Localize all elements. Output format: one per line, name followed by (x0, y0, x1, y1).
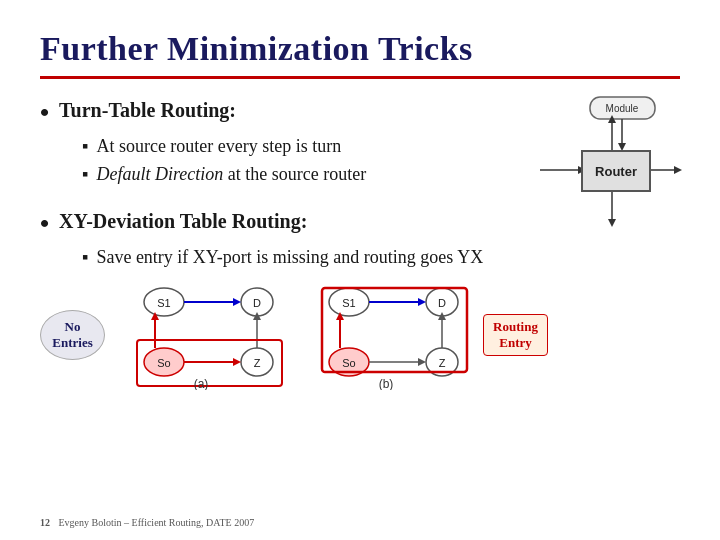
svg-text:Module: Module (606, 103, 639, 114)
title-underline (40, 76, 680, 79)
sub-bullet-marker-2: ▪ (82, 162, 88, 187)
svg-marker-23 (233, 298, 241, 306)
slide-content: • Turn-Table Routing: ▪ At source router… (40, 97, 680, 390)
slide-title: Further Minimization Tricks (40, 30, 680, 68)
no-entries-label: NoEntries (40, 310, 105, 360)
bullet-dot-1: • (40, 97, 49, 128)
slide: Further Minimization Tricks • Turn-Table… (0, 0, 720, 540)
router-svg: Module (530, 95, 690, 240)
svg-text:Z: Z (439, 357, 446, 369)
svg-text:So: So (157, 357, 170, 369)
svg-marker-7 (674, 166, 682, 174)
sub-bullet-2-1: ▪ Save entry if XY-port is missing and r… (82, 245, 680, 270)
bullet-dot-2: • (40, 208, 49, 239)
svg-text:(a): (a) (194, 377, 209, 390)
no-entries-text: NoEntries (52, 319, 92, 350)
svg-text:S1: S1 (157, 297, 170, 309)
diagram-a: S1 D So Z (109, 280, 294, 390)
svg-text:(b): (b) (379, 377, 394, 390)
slide-number: 12 (40, 517, 50, 528)
svg-marker-11 (608, 219, 616, 227)
svg-text:Router: Router (595, 164, 637, 179)
svg-marker-41 (418, 298, 426, 306)
citation-text: Evgeny Bolotin – Efficient Routing, DATE… (59, 517, 255, 528)
diagrams-row: NoEntries S1 D So Z (40, 280, 680, 390)
svg-text:D: D (253, 297, 261, 309)
sub-bullet-marker-1: ▪ (82, 134, 88, 159)
footnote: 12 Evgeny Bolotin – Efficient Routing, D… (40, 517, 254, 528)
svg-text:D: D (438, 297, 446, 309)
svg-marker-3 (618, 143, 626, 151)
sub-bullets-2: ▪ Save entry if XY-port is missing and r… (82, 245, 680, 270)
bullet-1-text: Turn-Table Routing: (59, 97, 236, 123)
svg-text:S1: S1 (342, 297, 355, 309)
sub-bullet-marker-3: ▪ (82, 245, 88, 270)
sub-bullet-1-1-text: At source router every step is turn (96, 134, 341, 159)
router-diagram: Module (530, 95, 690, 245)
routing-entry-label: RoutingEntry (483, 314, 548, 355)
bullet-2-text: XY-Deviation Table Routing: (59, 208, 307, 234)
sub-bullet-2-1-text: Save entry if XY-port is missing and rou… (96, 245, 483, 270)
svg-text:So: So (342, 357, 355, 369)
svg-text:Z: Z (254, 357, 261, 369)
routing-entry-text: RoutingEntry (493, 319, 538, 350)
diagram-b: S1 D So Z (294, 280, 479, 390)
sub-bullet-1-2-text: Default Direction at the source router (96, 162, 366, 187)
svg-marker-29 (233, 358, 241, 366)
svg-marker-47 (418, 358, 426, 366)
